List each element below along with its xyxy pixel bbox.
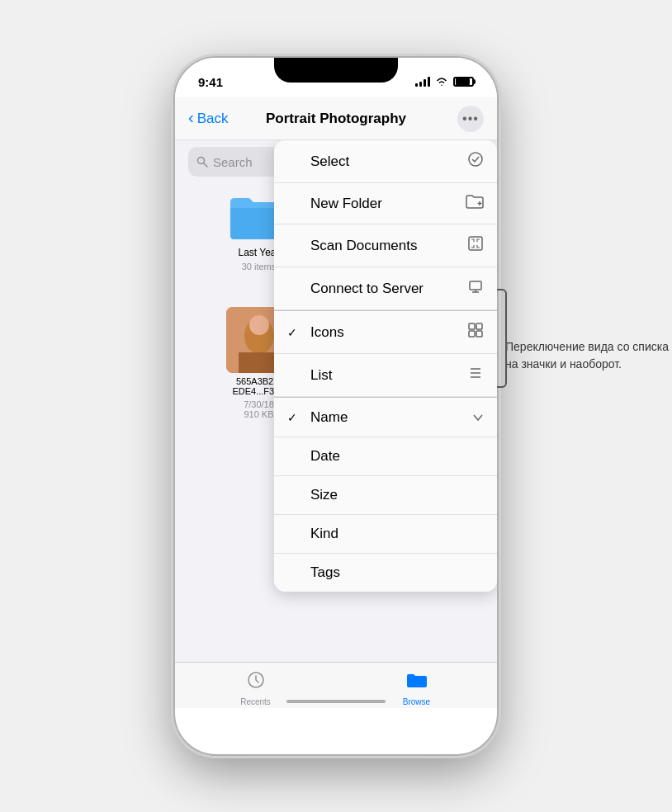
menu-label: Select: [310, 153, 349, 170]
content-area: Search Last Year 30 items: [175, 140, 497, 708]
menu-checkmark: [287, 155, 304, 168]
menu-label: Icons: [310, 324, 344, 341]
svg-point-12: [469, 153, 482, 166]
menu-label: List: [310, 367, 332, 384]
more-ellipsis-icon: •••: [462, 111, 479, 126]
icons-view-icon: [467, 322, 484, 342]
menu-label: Date: [310, 448, 340, 465]
menu-item-new-folder[interactable]: New Folder: [274, 183, 497, 224]
menu-label: Size: [310, 487, 338, 503]
menu-label: Scan Documents: [310, 238, 417, 254]
select-icon: [467, 151, 484, 172]
nav-bar: ‹ Back Portrait Photography •••: [175, 97, 497, 140]
new-folder-icon: [466, 194, 484, 213]
menu-checkmark: [287, 282, 304, 295]
menu-item-kind[interactable]: Kind: [274, 515, 497, 554]
svg-rect-20: [476, 323, 482, 329]
svg-rect-15: [469, 237, 482, 250]
menu-item-name[interactable]: ✓ Name: [274, 398, 497, 437]
callout-text: Переключение вида со списка на значки и …: [505, 338, 672, 373]
callout-bracket: [495, 289, 507, 388]
menu-label: Name: [310, 409, 348, 426]
menu-checkmark: [287, 197, 304, 210]
nav-title: Portrait Photography: [266, 111, 406, 127]
menu-item-tags[interactable]: Tags: [274, 554, 497, 592]
menu-item-select[interactable]: Select: [274, 140, 497, 183]
svg-rect-16: [470, 281, 481, 290]
scan-icon: [467, 235, 484, 256]
menu-item-date[interactable]: Date: [274, 437, 497, 476]
battery-icon: [453, 77, 474, 87]
menu-item-size[interactable]: Size: [274, 476, 497, 515]
menu-item-icons[interactable]: ✓ Icons: [274, 311, 497, 354]
svg-rect-21: [469, 331, 475, 337]
svg-rect-22: [476, 331, 482, 337]
notch: [274, 58, 398, 83]
menu-item-connect-server[interactable]: Connect to Server: [274, 267, 497, 310]
signal-bars-icon: [415, 77, 430, 87]
menu-checkmark: [287, 566, 304, 579]
page: 9:41: [0, 0, 672, 812]
menu-item-list[interactable]: List: [274, 354, 497, 397]
back-chevron-icon: ‹: [188, 108, 194, 127]
phone-scene: 9:41: [175, 58, 497, 754]
list-view-icon: [467, 365, 484, 385]
server-icon: [467, 278, 484, 299]
back-button[interactable]: ‹ Back: [188, 110, 228, 127]
context-menu: Select New Folder: [274, 140, 497, 592]
menu-checkmark: [287, 239, 304, 253]
back-label: Back: [197, 111, 229, 127]
menu-item-scan-documents[interactable]: Scan Documents: [274, 224, 497, 267]
more-button[interactable]: •••: [457, 106, 484, 132]
status-time: 9:41: [198, 75, 223, 89]
menu-label: New Folder: [310, 196, 382, 212]
svg-rect-19: [469, 323, 475, 329]
menu-checkmark: [287, 369, 304, 382]
menu-checkmark: [287, 489, 304, 502]
menu-label: Kind: [310, 526, 338, 542]
menu-checkmark: [287, 450, 304, 463]
wifi-icon: [435, 77, 448, 87]
callout-area: Переключение вида со списка на значки и …: [505, 338, 672, 373]
menu-label: Tags: [310, 564, 340, 581]
menu-checkmark: ✓: [287, 411, 304, 424]
menu-checkmark: ✓: [287, 326, 304, 339]
menu-label: Connect to Server: [310, 281, 424, 297]
phone-frame: 9:41: [175, 58, 497, 754]
status-icons: [415, 77, 474, 87]
chevron-down-icon: [472, 408, 484, 426]
dropdown-overlay: Select New Folder: [175, 140, 497, 708]
menu-checkmark: [287, 527, 304, 541]
